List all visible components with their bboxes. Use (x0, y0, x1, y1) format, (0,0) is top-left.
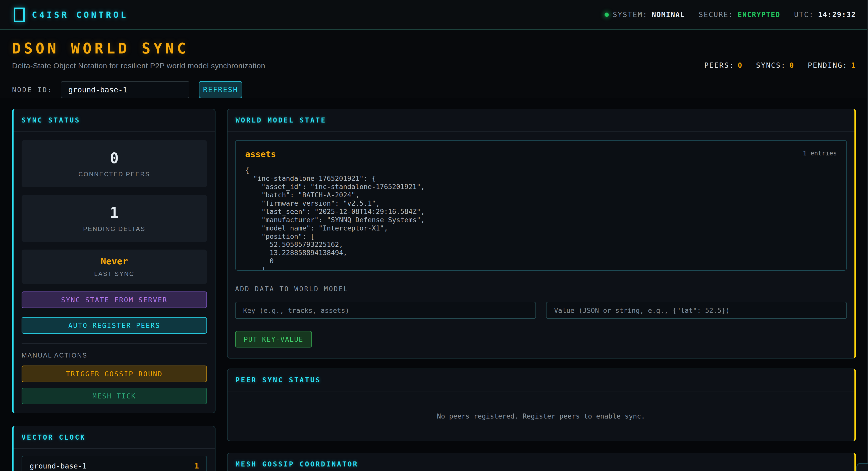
vector-clock-title: VECTOR CLOCK (22, 433, 207, 441)
pending-deltas-value: 1 (24, 205, 205, 221)
vector-clock-panel: VECTOR CLOCK ground-base-1 1 (12, 426, 216, 471)
status-dot-icon (604, 12, 609, 17)
peer-sync-panel: PEER SYNC STATUS No peers registered. Re… (227, 369, 856, 441)
utc-value: 14:29:32 (818, 10, 856, 19)
vector-clock-entry: ground-base-1 1 (22, 456, 207, 471)
trigger-gossip-button[interactable]: TRIGGER GOSSIP ROUND (22, 366, 207, 382)
assets-json: { "inc-standalone-1765201921": { "asset_… (245, 166, 837, 271)
peer-sync-header: PEER SYNC STATUS (227, 369, 855, 391)
node-id-input[interactable] (61, 81, 189, 98)
topbar: C4ISR CONTROL SYSTEM: NOMINAL SECURE: EN… (0, 0, 868, 30)
last-sync-value: Never (24, 256, 205, 266)
peers-label: PEERS: (704, 61, 734, 69)
secure-label: SECURE: (699, 10, 734, 19)
assets-entry-card: assets 1 entries { "inc-standalone-17652… (235, 140, 847, 271)
pending-deltas-label: PENDING DELTAS (24, 225, 205, 232)
vector-clock-header: VECTOR CLOCK (13, 426, 215, 449)
manual-actions-label: MANUAL ACTIONS (22, 352, 207, 359)
main-content: SYNC STATUS 0 CONNECTED PEERS 1 PENDING … (0, 98, 868, 471)
refresh-button[interactable]: REFRESH (199, 81, 242, 98)
mesh-gossip-header: MESH GOSSIP COORDINATOR (227, 453, 855, 471)
secure-value: ENCRYPTED (738, 10, 780, 19)
node-id-label: NODE ID: (12, 86, 53, 94)
sync-status-header: SYNC STATUS (13, 109, 215, 131)
pending-value: 1 (851, 61, 856, 69)
key-input[interactable] (235, 302, 536, 319)
syncs-stat: SYNCS: 0 (756, 61, 794, 69)
world-model-panel: WORLD MODEL STATE assets 1 entries { "in… (227, 109, 856, 358)
add-data-label: ADD DATA TO WORLD MODEL (235, 285, 847, 293)
app-title: C4ISR CONTROL (32, 10, 128, 20)
vector-clock-body: ground-base-1 1 (13, 449, 215, 471)
sync-state-button[interactable]: SYNC STATE FROM SERVER (22, 291, 207, 308)
world-model-header: WORLD MODEL STATE (227, 109, 855, 131)
header-stats: PEERS: 0 SYNCS: 0 PENDING: 1 (704, 61, 856, 69)
add-data-inputs (235, 302, 847, 319)
syncs-label: SYNCS: (756, 61, 786, 69)
sync-status-panel: SYNC STATUS 0 CONNECTED PEERS 1 PENDING … (12, 109, 216, 413)
value-input[interactable] (546, 302, 847, 319)
vector-clock-count: 1 (195, 462, 199, 470)
page-header: DSON WORLD SYNC Delta-State Object Notat… (0, 30, 868, 70)
secure-status: SECURE: ENCRYPTED (699, 10, 780, 19)
connected-peers-card: 0 CONNECTED PEERS (22, 140, 207, 187)
world-model-title: WORLD MODEL STATE (236, 116, 846, 124)
system-label: SYSTEM: (613, 10, 648, 19)
system-value: NOMINAL (652, 10, 685, 19)
node-id-row: NODE ID: REFRESH (0, 70, 868, 98)
last-sync-card: Never LAST SYNC (22, 250, 207, 284)
sync-status-title: SYNC STATUS (22, 116, 207, 124)
left-column: SYNC STATUS 0 CONNECTED PEERS 1 PENDING … (12, 109, 216, 471)
mesh-gossip-panel: MESH GOSSIP COORDINATOR (227, 453, 856, 471)
page-title: DSON WORLD SYNC (12, 40, 856, 57)
pending-label: PENDING: (808, 61, 848, 69)
topbar-status-area: SYSTEM: NOMINAL SECURE: ENCRYPTED UTC: 1… (604, 10, 856, 19)
assets-entry-count: 1 entries (803, 150, 837, 157)
peer-sync-title: PEER SYNC STATUS (236, 376, 846, 384)
app-logo-icon (14, 7, 25, 22)
peer-sync-empty-message: No peers registered. Register peers to e… (227, 391, 855, 441)
put-key-value-button[interactable]: PUT KEY-VALUE (235, 331, 312, 347)
peers-value: 0 (738, 61, 742, 69)
corner-widget (857, 463, 868, 471)
syncs-value: 0 (789, 61, 794, 69)
world-model-body: assets 1 entries { "inc-standalone-17652… (227, 131, 855, 358)
mesh-tick-button[interactable]: MESH TICK (22, 388, 207, 404)
pending-stat: PENDING: 1 (808, 61, 856, 69)
connected-peers-value: 0 (24, 150, 205, 167)
system-status: SYSTEM: NOMINAL (604, 10, 685, 19)
pending-deltas-card: 1 PENDING DELTAS (22, 195, 207, 242)
peers-stat: PEERS: 0 (704, 61, 742, 69)
assets-entry-key: assets (245, 149, 837, 159)
right-column: WORLD MODEL STATE assets 1 entries { "in… (227, 109, 856, 471)
manual-actions-divider (22, 343, 207, 344)
mesh-gossip-title: MESH GOSSIP COORDINATOR (236, 460, 846, 468)
last-sync-label: LAST SYNC (24, 271, 205, 277)
utc-clock: UTC: 14:29:32 (794, 10, 856, 19)
vector-clock-node: ground-base-1 (30, 462, 87, 470)
connected-peers-label: CONNECTED PEERS (24, 171, 205, 178)
auto-register-button[interactable]: AUTO-REGISTER PEERS (22, 317, 207, 334)
sync-status-body: 0 CONNECTED PEERS 1 PENDING DELTAS Never… (13, 131, 215, 413)
utc-label: UTC: (794, 10, 814, 19)
